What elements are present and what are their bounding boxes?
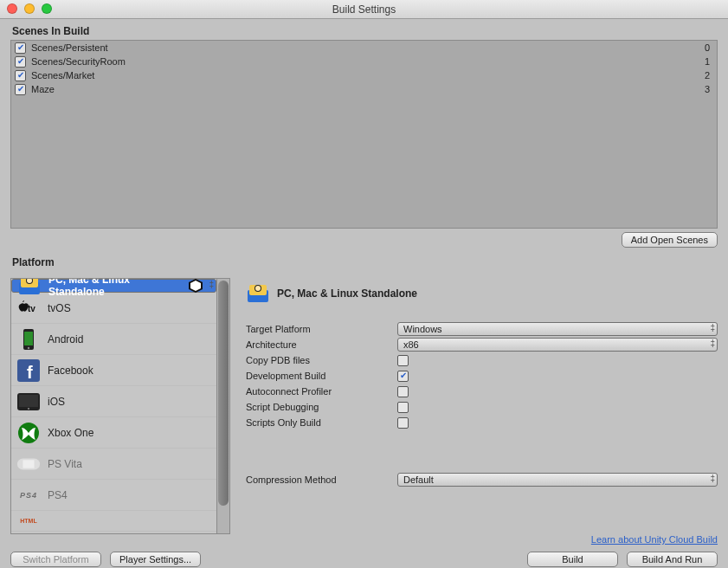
platform-item-psvita[interactable]: PS Vita [11, 449, 216, 480]
platform-label: Xbox One [48, 427, 211, 439]
autoconnect-label: Autoconnect Profiler [246, 386, 397, 397]
platform-item-facebook[interactable]: f Facebook [11, 355, 216, 386]
switch-platform-button[interactable]: Switch Platform [10, 552, 101, 567]
platform-scrollbar[interactable] [216, 279, 229, 533]
scrollbar-thumb[interactable] [218, 281, 229, 506]
platform-item-ios[interactable]: iOS [11, 386, 216, 417]
scene-checkbox[interactable] [15, 56, 26, 68]
svg-rect-13 [19, 395, 38, 407]
platform-item-html[interactable]: HTML [11, 511, 216, 532]
scene-row[interactable]: Maze 3 [11, 82, 717, 96]
standalone-icon [17, 279, 42, 298]
titlebar: Build Settings [0, 0, 728, 19]
platform-detail: PC, Mac & Linux Standalone Target Platfo… [246, 278, 718, 548]
scene-name: Scenes/Market [29, 70, 705, 81]
close-icon[interactable] [7, 3, 17, 14]
build-button[interactable]: Build [527, 552, 618, 567]
svg-point-14 [28, 407, 29, 409]
scene-checkbox[interactable] [15, 42, 26, 54]
window-title: Build Settings [332, 3, 396, 16]
scene-row[interactable]: Scenes/Persistent 0 [11, 41, 717, 55]
facebook-icon: f [16, 358, 41, 383]
copy-pdb-checkbox[interactable] [397, 355, 409, 366]
architecture-select[interactable]: x86 [397, 338, 718, 352]
minimize-icon[interactable] [24, 3, 35, 14]
scenes-header: Scenes In Build [0, 19, 728, 40]
svg-rect-17 [23, 460, 34, 468]
platform-label: tvOS [48, 302, 211, 314]
scene-name: Scenes/SecurityRoom [29, 56, 705, 67]
platform-label: PS4 [48, 489, 211, 501]
add-open-scenes-button[interactable]: Add Open Scenes [622, 232, 718, 248]
scene-row[interactable]: Scenes/SecurityRoom 1 [11, 55, 717, 68]
scenes-list[interactable]: Scenes/Persistent 0 Scenes/SecurityRoom … [10, 40, 718, 229]
platform-item-android[interactable]: Android [11, 324, 216, 355]
psvita-icon [16, 452, 41, 476]
target-platform-select[interactable]: Windows [397, 322, 718, 336]
scene-index: 0 [705, 42, 713, 53]
compression-value: Default [403, 474, 434, 485]
scene-row[interactable]: Scenes/Market 2 [11, 68, 717, 82]
android-icon [16, 327, 41, 352]
build-and-run-button[interactable]: Build And Run [627, 552, 718, 567]
scene-checkbox[interactable] [15, 84, 26, 95]
script-debug-label: Script Debugging [246, 402, 397, 412]
compression-label: Compression Method [246, 474, 397, 485]
architecture-label: Architecture [246, 339, 397, 350]
detail-title: PC, Mac & Linux Standalone [277, 287, 417, 300]
player-settings-button[interactable]: Player Settings... [110, 552, 201, 567]
scene-checkbox[interactable] [15, 70, 26, 81]
svg-point-9 [28, 346, 29, 348]
target-platform-value: Windows [403, 324, 442, 334]
dev-build-checkbox[interactable] [397, 371, 409, 382]
platform-label: Facebook [48, 365, 211, 377]
scene-name: Maze [29, 84, 705, 94]
scene-index: 2 [705, 70, 713, 81]
svg-rect-8 [24, 332, 33, 345]
platform-label: Android [48, 333, 211, 345]
autoconnect-checkbox[interactable] [397, 386, 409, 397]
window-controls [7, 3, 52, 14]
compression-select[interactable]: Default [397, 473, 718, 487]
scene-index: 3 [705, 84, 713, 94]
xbox-icon [16, 421, 41, 445]
platform-label: PC, Mac & Linux Standalone [48, 279, 181, 298]
ps4-icon: PS4 [16, 483, 41, 507]
apple-tv-icon: tv [16, 296, 41, 320]
platform-item-standalone[interactable]: PC, Mac & Linux Standalone [11, 279, 216, 293]
svg-text:f: f [27, 363, 33, 382]
dev-build-label: Development Build [246, 371, 397, 381]
scene-index: 1 [705, 56, 713, 67]
platform-label: iOS [48, 396, 211, 408]
copy-pdb-label: Copy PDB files [246, 355, 397, 365]
scene-name: Scenes/Persistent [29, 42, 705, 53]
platform-label: PS Vita [48, 458, 211, 470]
unity-logo-icon [188, 279, 203, 294]
footer: Switch Platform Player Settings... Build… [0, 548, 728, 568]
svg-text:tv: tv [28, 304, 35, 313]
platform-list: PC, Mac & Linux Standalone tv tvOS [10, 278, 230, 534]
architecture-value: x86 [403, 339, 419, 350]
standalone-icon [246, 281, 270, 306]
platform-item-ps4[interactable]: PS4 PS4 [11, 480, 216, 511]
zoom-icon[interactable] [42, 3, 52, 14]
scripts-only-label: Scripts Only Build [246, 417, 397, 428]
platform-header: Platform [0, 248, 728, 271]
svg-point-21 [255, 286, 261, 291]
html-icon: HTML [16, 509, 41, 533]
cloud-build-link[interactable]: Learn about Unity Cloud Build [591, 534, 718, 545]
platform-item-xboxone[interactable]: Xbox One [11, 417, 216, 449]
scripts-only-checkbox[interactable] [397, 417, 409, 429]
script-debug-checkbox[interactable] [397, 402, 409, 413]
target-platform-label: Target Platform [246, 324, 397, 334]
ios-icon [16, 390, 41, 414]
